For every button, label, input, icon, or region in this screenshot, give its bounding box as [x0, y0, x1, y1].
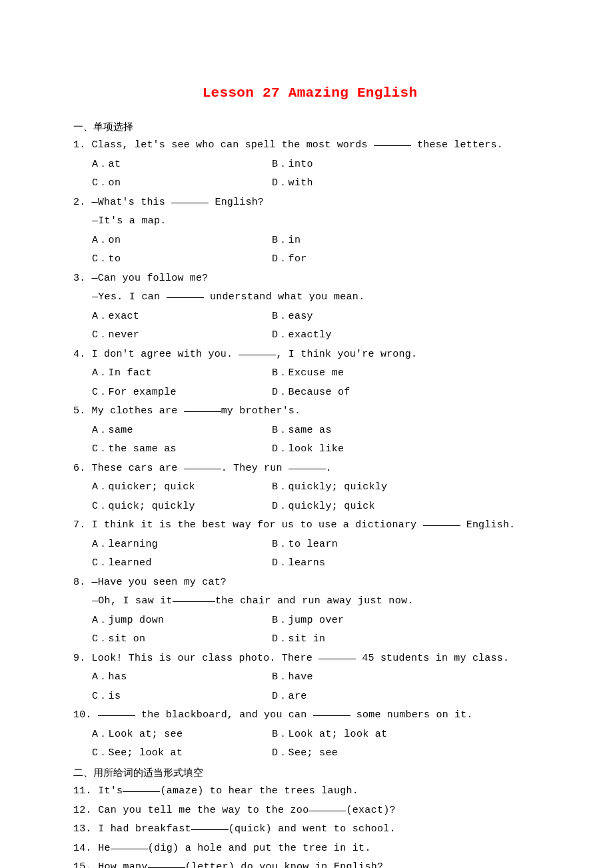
- q8-opt-b: B．jump over: [272, 611, 344, 631]
- q7-opt-d: D．learns: [272, 554, 325, 573]
- q7-stem: 7. I think it is the best way for us to …: [73, 516, 546, 535]
- q1-options-row1: A．at B．into: [73, 155, 546, 175]
- q9-options-row1: A．has B．have: [73, 668, 546, 687]
- q8-opt-d: D．sit in: [272, 630, 325, 649]
- q6-opt-d: D．quickly; quick: [272, 497, 375, 517]
- q3-opt-a: A．exact: [92, 307, 272, 327]
- q8-stem: 8. —Have you seen my cat?: [73, 573, 546, 593]
- q2-sub: —It's a map.: [92, 212, 546, 231]
- q12: 12. Can you tell me the way to the zoo(e…: [73, 801, 546, 821]
- q7-options-row2: C．learned D．learns: [73, 554, 546, 573]
- q2-opt-a: A．on: [92, 231, 272, 251]
- q4-opt-d: D．Because of: [272, 383, 350, 403]
- q7-opt-c: C．learned: [92, 554, 272, 573]
- q6-options-row2: C．quick; quickly D．quickly; quick: [73, 497, 546, 517]
- q1-opt-d: D．with: [272, 174, 313, 193]
- q6-opt-c: C．quick; quickly: [92, 497, 272, 517]
- q10: 10. the blackboard, and you can some num…: [73, 706, 546, 763]
- q3-sub: —Yes. I can understand what you mean.: [92, 288, 546, 307]
- q5-options-row2: C．the same as D．look like: [73, 440, 546, 459]
- q7-opt-b: B．to learn: [272, 535, 338, 555]
- q3-opt-b: B．easy: [272, 307, 313, 327]
- q2-opt-d: D．for: [272, 250, 307, 269]
- blank: [423, 517, 460, 527]
- blank: [123, 783, 160, 793]
- q4-options-row1: A．In fact B．Excuse me: [73, 364, 546, 383]
- q3-opt-c: C．never: [92, 326, 272, 345]
- q6-opt-b: B．quickly; quickly: [272, 478, 387, 497]
- blank: [374, 137, 411, 147]
- q9-opt-a: A．has: [92, 668, 272, 687]
- q10-opt-d: D．See; see: [272, 744, 338, 763]
- blank: [171, 193, 209, 203]
- blank: [308, 801, 346, 811]
- section-2-heading: 二、用所给词的适当形式填空: [73, 763, 546, 783]
- q6-opt-a: A．quicker; quick: [92, 478, 272, 497]
- q3-stem: 3. —Can you follow me?: [73, 269, 546, 289]
- blank: [318, 649, 356, 659]
- blank: [289, 459, 326, 469]
- q8-opt-a: A．jump down: [92, 611, 272, 631]
- q14: 14. He(dig) a hole and put the tree in i…: [73, 839, 546, 859]
- q5-stem: 5. My clothes are my brother's.: [73, 402, 546, 421]
- q8: 8. —Have you seen my cat? —Oh, I saw itt…: [73, 573, 546, 649]
- q7-options-row1: A．learning B．to learn: [73, 535, 546, 555]
- q1-opt-a: A．at: [92, 155, 272, 175]
- blank: [167, 289, 204, 299]
- q3-options-row2: C．never D．exactly: [73, 326, 546, 345]
- q2-options-row2: C．to D．for: [73, 250, 546, 269]
- title-suffix: English: [348, 85, 417, 101]
- q1-options-row2: C．on D．with: [73, 174, 546, 193]
- q11: 11. It's(amaze) to hear the trees laugh.: [73, 782, 546, 801]
- blank: [98, 707, 135, 717]
- q4-stem: 4. I don't agree with you. , I think you…: [73, 345, 546, 365]
- q10-opt-a: A．Look at; see: [92, 725, 272, 745]
- q2-options-row1: A．on B．in: [73, 231, 546, 251]
- q9: 9. Look! This is our class photo. There …: [73, 649, 546, 707]
- q4: 4. I don't agree with you. , I think you…: [73, 345, 546, 403]
- q4-opt-b: B．Excuse me: [272, 364, 344, 383]
- q4-opt-c: C．For example: [92, 383, 272, 403]
- q1-opt-b: B．into: [272, 155, 313, 175]
- blank: [239, 345, 276, 355]
- q3-opt-d: D．exactly: [272, 326, 332, 345]
- blank: [111, 839, 148, 849]
- q10-options-row2: C．See; look at D．See; see: [73, 744, 546, 763]
- q2-stem: 2. —What's this English?: [73, 193, 546, 213]
- q15: 15. How many(letter) do you know in Engl…: [73, 858, 546, 868]
- title-lesson: Lesson 27 Amazing: [203, 85, 348, 101]
- q9-opt-c: C．is: [92, 687, 272, 707]
- q6-stem: 6. These cars are . They run .: [73, 459, 546, 479]
- q9-stem: 9. Look! This is our class photo. There …: [73, 649, 546, 669]
- blank: [148, 859, 185, 868]
- blank: [191, 821, 229, 831]
- q6: 6. These cars are . They run . A．quicker…: [73, 459, 546, 517]
- section-1-heading: 一、单项选择: [73, 117, 546, 137]
- q13: 13. I had breakfast(quick) and went to s…: [73, 820, 546, 839]
- q9-options-row2: C．is D．are: [73, 687, 546, 707]
- q7: 7. I think it is the best way for us to …: [73, 516, 546, 573]
- q10-opt-c: C．See; look at: [92, 744, 272, 763]
- q5-opt-b: B．same as: [272, 421, 332, 441]
- q6-options-row1: A．quicker; quick B．quickly; quickly: [73, 478, 546, 497]
- q2-opt-c: C．to: [92, 250, 272, 269]
- q8-sub: —Oh, I saw itthe chair and run away just…: [92, 592, 546, 611]
- blank: [184, 403, 221, 413]
- q5-opt-a: A．same: [92, 421, 272, 441]
- q5-opt-d: D．look like: [272, 440, 344, 459]
- q1: 1. Class, let's see who can spell the mo…: [73, 136, 546, 193]
- q8-options-row2: C．sit on D．sit in: [73, 630, 546, 649]
- q7-opt-a: A．learning: [92, 535, 272, 555]
- q4-opt-a: A．In fact: [92, 364, 272, 383]
- blank: [173, 593, 215, 603]
- q2: 2. —What's this English? —It's a map. A．…: [73, 193, 546, 269]
- q5-options-row1: A．same B．same as: [73, 421, 546, 441]
- q3-options-row1: A．exact B．easy: [73, 307, 546, 327]
- q3: 3. —Can you follow me? —Yes. I can under…: [73, 269, 546, 345]
- q9-opt-b: B．have: [272, 668, 313, 687]
- blank: [184, 459, 221, 469]
- q8-options-row1: A．jump down B．jump over: [73, 611, 546, 631]
- q5: 5. My clothes are my brother's. A．same B…: [73, 402, 546, 459]
- q4-options-row2: C．For example D．Because of: [73, 383, 546, 403]
- q8-opt-c: C．sit on: [92, 630, 272, 649]
